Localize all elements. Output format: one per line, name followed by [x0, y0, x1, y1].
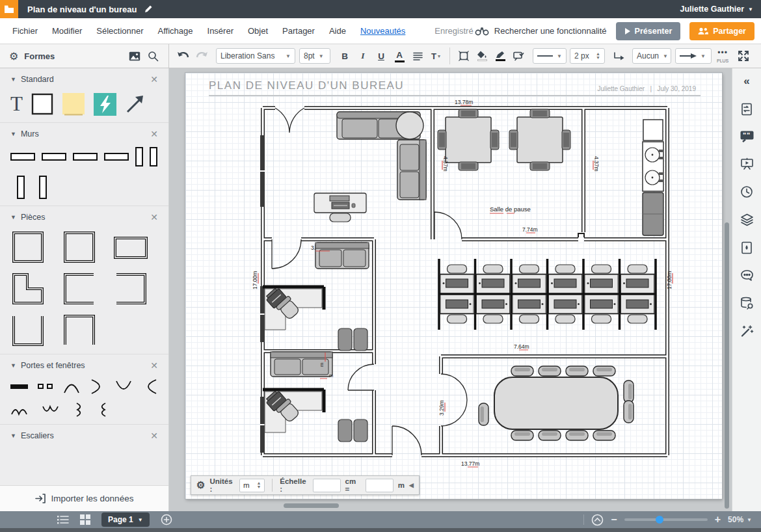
zoom-out-button[interactable]: −: [611, 514, 617, 525]
close-icon[interactable]: ✕: [150, 360, 158, 371]
user-menu[interactable]: Juliette Gauthier▼: [680, 5, 753, 14]
shape-room-rect[interactable]: [113, 230, 148, 264]
shape-room-square1[interactable]: [10, 230, 46, 264]
shape-room-C[interactable]: [62, 272, 97, 306]
shape-room-L[interactable]: [10, 272, 46, 306]
menu-inserer[interactable]: Insérer: [200, 23, 241, 38]
page-selector[interactable]: Page 1▼: [101, 512, 150, 527]
reception-sofa-side[interactable]: [397, 140, 426, 200]
add-page-icon[interactable]: [161, 514, 172, 525]
scale-m-input[interactable]: [366, 479, 394, 492]
chat-icon[interactable]: [740, 269, 754, 282]
import-data-button[interactable]: Importer les données: [0, 485, 168, 511]
presentation-icon[interactable]: [740, 157, 754, 170]
section-murs-header[interactable]: ▼Murs✕: [10, 129, 158, 139]
vertical-scrollbar[interactable]: [724, 76, 730, 503]
shape-wall-v4[interactable]: [39, 176, 47, 199]
edit-pencil-icon[interactable]: [144, 5, 153, 14]
magic-wand-icon[interactable]: [740, 325, 754, 338]
shape-wall-h2[interactable]: [42, 153, 66, 161]
arrow-end-select[interactable]: ▼: [675, 48, 712, 64]
menu-modifier[interactable]: Modifier: [45, 23, 89, 38]
shape-door-arc-down[interactable]: [115, 379, 131, 394]
menu-aide[interactable]: Aide: [322, 23, 353, 38]
menu-partager[interactable]: Partager: [275, 23, 322, 38]
office-b-guest-chairs[interactable]: [338, 419, 367, 442]
close-icon[interactable]: ✕: [150, 431, 158, 441]
shape-wall-h1[interactable]: [10, 153, 35, 161]
fullscreen-button[interactable]: [735, 47, 752, 64]
line-color-button[interactable]: [492, 47, 509, 64]
shape-room-n[interactable]: [62, 313, 97, 347]
shape-door-arc-left[interactable]: [142, 379, 158, 394]
search-shapes-button[interactable]: [144, 47, 161, 64]
shape-rectangle[interactable]: [31, 93, 53, 115]
horizontal-scrollbar[interactable]: [173, 503, 719, 509]
font-family-select[interactable]: Liberation Sans▼: [216, 48, 295, 64]
shape-door-arc-right[interactable]: [89, 379, 105, 394]
bold-button[interactable]: B: [336, 47, 353, 64]
section-portes-header[interactable]: ▼Portes et fenêtres✕: [10, 360, 158, 371]
shapes-panel-label[interactable]: Formes: [24, 51, 55, 61]
present-button[interactable]: Présenter: [616, 22, 681, 40]
floor-plan[interactable]: 13.78m 7.74m 7.64m 13.77m 4.37m 4.37m 17…: [185, 73, 722, 499]
shape-room-C-reversed[interactable]: [113, 272, 148, 306]
insert-image-button[interactable]: [126, 47, 143, 64]
collapse-panel-icon[interactable]: «: [743, 75, 749, 88]
kitchen[interactable]: [643, 120, 663, 235]
more-tools-button[interactable]: •••PLUS: [717, 49, 728, 64]
page-style-icon[interactable]: [741, 241, 753, 254]
document-title[interactable]: Plan de niveau d'un bureau: [27, 5, 137, 14]
shape-double-door-right[interactable]: [73, 402, 85, 418]
quote-notes-icon[interactable]: "": [740, 131, 754, 142]
underline-button[interactable]: U: [373, 47, 390, 64]
layers-icon[interactable]: [740, 213, 754, 226]
italic-button[interactable]: I: [354, 47, 371, 64]
section-standard-header[interactable]: ▼Standard✕: [10, 74, 158, 85]
section-pieces-header[interactable]: ▼Pièces✕: [10, 212, 158, 222]
shape-wall-h3[interactable]: [73, 153, 98, 161]
connector-type-button[interactable]: [611, 47, 628, 64]
shape-room-square2[interactable]: [62, 230, 97, 264]
share-button[interactable]: Partager: [689, 22, 754, 40]
windows[interactable]: [260, 135, 265, 453]
fit-to-screen-icon[interactable]: [591, 514, 604, 526]
app-logo[interactable]: [0, 0, 18, 18]
section-escaliers-header[interactable]: ▼Escaliers✕: [10, 431, 158, 441]
zoom-slider[interactable]: [624, 518, 708, 521]
units-select[interactable]: m▲▼: [239, 479, 265, 492]
shape-wall-v1[interactable]: [135, 147, 143, 166]
office-a-sofa[interactable]: [315, 243, 369, 269]
menu-affichage[interactable]: Affichage: [151, 23, 200, 38]
redo-button[interactable]: [193, 47, 210, 64]
shape-lightning[interactable]: [94, 93, 116, 116]
shape-arrow[interactable]: [125, 94, 144, 114]
panel-collapse-icon[interactable]: ◀: [409, 482, 414, 488]
line-width-stepper[interactable]: 2 px▲▼: [570, 48, 605, 64]
shape-double-door-down[interactable]: [42, 403, 60, 417]
cubicles[interactable]: [439, 259, 656, 330]
line-start-select[interactable]: Aucun▼: [632, 48, 671, 64]
comment-style-button[interactable]: [510, 47, 527, 64]
reception-round-table[interactable]: [396, 112, 423, 139]
text-color-button[interactable]: A: [391, 47, 408, 64]
shape-wall-h4[interactable]: [104, 153, 129, 161]
office-a-guest-chairs[interactable]: [338, 328, 367, 351]
reception-desk[interactable]: [314, 193, 366, 222]
office-a-desk[interactable]: [263, 287, 324, 330]
canvas-area[interactable]: PLAN DE NIVEAU D'UN BUREAU Juliette Gaut…: [169, 68, 732, 511]
document-page[interactable]: PLAN DE NIVEAU D'UN BUREAU Juliette Gaut…: [185, 73, 722, 499]
font-size-select[interactable]: 8pt▼: [299, 48, 330, 64]
feature-search[interactable]: Rechercher une fonctionnalité: [475, 26, 607, 36]
zoom-slider-thumb[interactable]: [656, 516, 663, 524]
shape-door-solid[interactable]: [10, 379, 28, 394]
undo-button[interactable]: [175, 47, 192, 64]
line-style-select[interactable]: ▼: [533, 48, 567, 64]
text-options-button[interactable]: T▾: [427, 47, 444, 64]
zoom-in-button[interactable]: +: [715, 514, 721, 525]
conference-room[interactable]: [479, 366, 634, 440]
shape-sticky-note[interactable]: [62, 92, 85, 116]
shape-style-button[interactable]: [455, 47, 472, 64]
menu-selectionner[interactable]: Sélectionner: [89, 23, 150, 38]
history-clock-icon[interactable]: [740, 185, 753, 198]
